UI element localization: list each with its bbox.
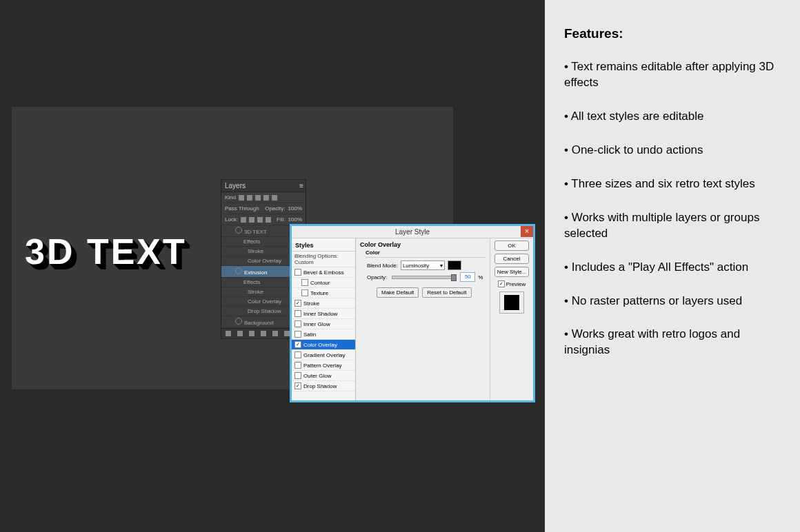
opt-bevel-emboss[interactable]: Bevel & Emboss: [292, 267, 355, 278]
new-icon[interactable]: [284, 331, 290, 336]
opt-contour[interactable]: Contour: [292, 278, 355, 288]
opt-texture[interactable]: Texture: [292, 288, 355, 298]
visibility-icon[interactable]: [235, 227, 242, 234]
lock-label: Lock:: [225, 216, 238, 223]
color-swatch[interactable]: [448, 260, 461, 270]
opt-drop-shadow[interactable]: Drop Shadow: [292, 381, 355, 391]
feature-item: • Three sizes and six retro text styles: [564, 176, 782, 192]
group-title: Color Overlay: [360, 241, 486, 248]
kind-label: Kind: [225, 194, 236, 201]
layers-panel-title[interactable]: Layers ≡: [221, 180, 306, 192]
panel-menu-icon[interactable]: ≡: [299, 182, 302, 190]
checkbox-icon[interactable]: [294, 331, 301, 338]
layer-label: Drop Shadow: [248, 308, 281, 314]
opt-stroke[interactable]: Stroke: [292, 298, 355, 309]
checkbox-icon[interactable]: [294, 310, 301, 317]
checkbox-icon[interactable]: [294, 269, 301, 276]
fill-value: 100%: [288, 216, 302, 223]
checkbox-icon[interactable]: [301, 289, 308, 296]
workspace: 3D TEXT Layers ≡ Kind Pass Through Opaci…: [0, 0, 545, 532]
dialog-title-label: Layer Style: [395, 228, 430, 236]
styles-header[interactable]: Styles: [292, 240, 355, 252]
checkbox-icon[interactable]: [294, 372, 301, 379]
checkbox-icon[interactable]: [294, 382, 301, 389]
feature-item: • Includes a "Play All Effects" action: [564, 260, 782, 276]
lock-all-icon[interactable]: [266, 217, 271, 223]
feature-item: • No raster patterns or layers used: [564, 294, 782, 309]
cancel-button[interactable]: Cancel: [494, 254, 529, 264]
opt-label: Texture: [310, 290, 328, 296]
blend-mode-select[interactable]: Luminosity▾: [401, 260, 445, 270]
group-sub: Color: [366, 249, 486, 258]
opt-inner-shadow[interactable]: Inner Shadow: [292, 309, 355, 319]
checkbox-icon[interactable]: [301, 279, 308, 286]
filter-pixel-icon[interactable]: [239, 195, 244, 201]
chevron-down-icon: ▾: [440, 263, 443, 269]
dialog-titlebar[interactable]: Layer Style ×: [292, 226, 533, 238]
feature-item: • All text styles are editable: [564, 109, 782, 125]
layer-label: Background: [244, 320, 274, 326]
sample-3d-text[interactable]: 3D TEXT: [25, 231, 187, 272]
lock-pos-icon[interactable]: [257, 217, 263, 223]
filter-smart-icon[interactable]: [272, 195, 277, 201]
layer-style-dialog: Layer Style × Styles Blending Options: C…: [290, 224, 535, 402]
blending-options[interactable]: Blending Options: Custom: [292, 252, 355, 267]
checkbox-icon[interactable]: [294, 351, 301, 358]
opt-gradient-overlay[interactable]: Gradient Overlay: [292, 350, 355, 360]
lock-pixel-icon[interactable]: [249, 217, 254, 223]
checkbox-icon[interactable]: [294, 341, 301, 348]
opacity-slider[interactable]: [392, 276, 455, 279]
opt-label: Pattern Overlay: [303, 362, 342, 369]
opt-label: Drop Shadow: [303, 383, 337, 389]
opt-outer-glow[interactable]: Outer Glow: [292, 371, 355, 381]
preview-label: Preview: [506, 281, 526, 287]
dialog-actions: OK Cancel New Style... Preview: [490, 238, 533, 400]
group-icon[interactable]: [272, 331, 278, 336]
close-icon[interactable]: ×: [521, 226, 533, 237]
checkbox-icon[interactable]: [294, 362, 301, 369]
filter-type-icon[interactable]: [255, 195, 261, 201]
visibility-icon[interactable]: [235, 318, 242, 325]
adjustment-icon[interactable]: [261, 331, 266, 336]
opt-label: Stroke: [303, 300, 319, 307]
preview-toggle[interactable]: Preview: [498, 280, 526, 287]
fx-icon[interactable]: [237, 331, 243, 336]
mask-icon[interactable]: [249, 331, 254, 336]
make-default-button[interactable]: Make Default: [377, 287, 419, 298]
features-heading: Features:: [564, 26, 782, 41]
opt-label: Satin: [303, 331, 316, 338]
fill-label: Fill:: [277, 216, 285, 223]
opacity-label: Opacity:: [367, 274, 387, 280]
opt-label: Contour: [310, 280, 330, 286]
opacity-row: Opacity: 50 %: [367, 272, 486, 282]
filter-adjust-icon[interactable]: [247, 195, 252, 201]
feature-item: • Works with multiple layers or groups s…: [564, 210, 782, 242]
visibility-icon[interactable]: [235, 267, 242, 274]
feature-item: • Works great with retro logos and insig…: [564, 327, 782, 358]
opacity-input[interactable]: 50: [460, 272, 475, 282]
layer-label: Effects: [243, 238, 260, 245]
link-icon[interactable]: [226, 331, 231, 336]
new-style-button[interactable]: New Style...: [494, 267, 529, 277]
layer-label: Stroke: [248, 248, 263, 254]
checkbox-icon[interactable]: [498, 280, 505, 287]
opt-satin[interactable]: Satin: [292, 329, 355, 340]
layers-kind-row[interactable]: Kind: [221, 192, 306, 203]
layers-title-label: Layers: [225, 182, 246, 190]
layers-blend-row[interactable]: Pass Through Opacity: 100%: [221, 203, 306, 214]
lock-trans-icon[interactable]: [241, 217, 246, 223]
blend-mode-label: Pass Through: [225, 205, 259, 212]
features-sidebar: Features: • Text remains editable after …: [545, 0, 800, 532]
opt-inner-glow[interactable]: Inner Glow: [292, 319, 355, 329]
checkbox-icon[interactable]: [294, 300, 301, 307]
preview-swatch: [504, 295, 519, 310]
opt-pattern-overlay[interactable]: Pattern Overlay: [292, 360, 355, 371]
reset-default-button[interactable]: Reset to Default: [422, 287, 471, 298]
opt-color-overlay[interactable]: Color Overlay: [292, 340, 355, 350]
style-settings: Color Overlay Color Blend Mode: Luminosi…: [356, 238, 490, 400]
opacity-unit: %: [478, 274, 483, 280]
ok-button[interactable]: OK: [494, 241, 529, 251]
checkbox-icon[interactable]: [294, 320, 301, 327]
styles-list: Styles Blending Options: Custom Bevel & …: [292, 238, 356, 400]
filter-shape-icon[interactable]: [263, 195, 269, 201]
